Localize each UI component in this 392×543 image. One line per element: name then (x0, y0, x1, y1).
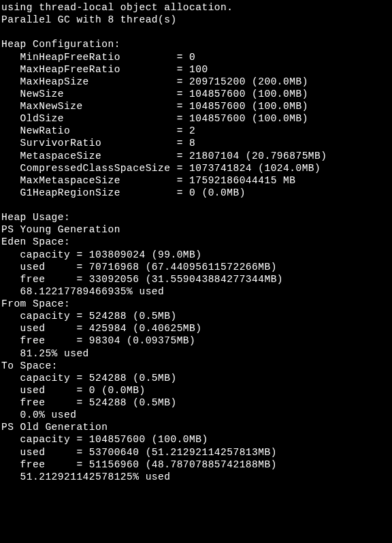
terminal-output: using thread-local object allocation. Pa… (0, 0, 392, 484)
